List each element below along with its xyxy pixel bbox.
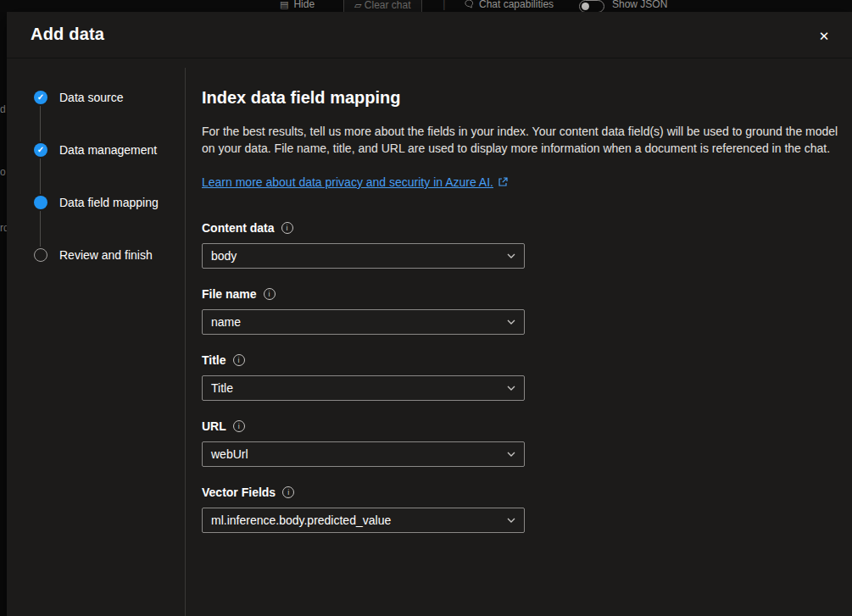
background-text-fragment: rd [0, 222, 7, 234]
field-vector-fields: Vector Fields i ml.inference.body.predic… [202, 486, 525, 533]
chevron-down-icon [506, 251, 516, 261]
clear-chat-button[interactable]: ▱ Clear chat [343, 0, 422, 12]
step-current-icon: ✓ [34, 196, 47, 209]
step-connector [40, 106, 41, 142]
field-title: Title i Title [202, 353, 525, 401]
url-dropdown[interactable]: webUrl [202, 441, 525, 467]
step-complete-icon: ✓ [34, 91, 47, 104]
field-label: Content data [202, 221, 275, 235]
page-title: Index data field mapping [202, 88, 400, 108]
toolbar-separator: | [443, 0, 446, 10]
dropdown-value: ml.inference.body.predicted_value [211, 513, 391, 527]
step-data-source[interactable]: ✓ Data source [34, 91, 123, 104]
add-data-dialog: Add data ✕ ✓ Data source ✓ Data manageme… [7, 12, 852, 616]
title-dropdown[interactable]: Title [202, 375, 525, 401]
file-name-dropdown[interactable]: name [202, 309, 525, 335]
background-page-sliver: d o rd [0, 12, 7, 616]
field-label: Title [202, 353, 226, 367]
chat-capabilities-label: Chat capabilities [479, 0, 554, 10]
info-icon[interactable]: i [233, 354, 245, 366]
step-label: Data management [59, 143, 157, 157]
chevron-down-icon [506, 383, 516, 393]
hide-icon: ▤ [280, 0, 288, 10]
privacy-link[interactable]: Learn more about data privacy and securi… [202, 175, 493, 189]
close-icon[interactable]: ✕ [813, 25, 835, 47]
step-label: Data field mapping [59, 196, 159, 209]
dropdown-value: body [211, 249, 237, 263]
step-complete-icon: ✓ [34, 143, 47, 157]
step-label: Data source [59, 91, 123, 104]
dialog-header: Add data ✕ [7, 12, 852, 58]
eraser-icon: ▱ [354, 0, 361, 11]
info-icon[interactable]: i [233, 420, 245, 432]
step-upcoming-icon: ✓ [34, 248, 47, 262]
hide-label: Hide [293, 0, 315, 10]
dropdown-value: Title [211, 381, 233, 395]
background-text-fragment: d [0, 103, 6, 115]
info-icon[interactable]: i [264, 288, 276, 300]
step-review-and-finish[interactable]: ✓ Review and finish [34, 248, 153, 262]
info-icon[interactable]: i [282, 486, 294, 498]
privacy-link-row: Learn more about data privacy and securi… [202, 175, 508, 189]
step-label: Review and finish [59, 248, 153, 262]
chat-capabilities-icon [465, 0, 474, 10]
content-data-dropdown[interactable]: body [202, 243, 525, 269]
field-label: File name [202, 287, 257, 301]
field-label: Vector Fields [202, 486, 276, 499]
external-link-icon [498, 177, 508, 187]
dialog-title: Add data [31, 25, 104, 44]
dropdown-value: name [211, 315, 241, 329]
step-data-management[interactable]: ✓ Data management [34, 143, 157, 157]
clear-chat-label: Clear chat [365, 0, 411, 11]
chat-capabilities-button[interactable]: Chat capabilities [465, 0, 554, 10]
hide-button[interactable]: ▤ Hide [280, 0, 315, 10]
step-connector [40, 158, 41, 194]
info-icon[interactable]: i [281, 222, 293, 234]
field-content-data: Content data i body [202, 221, 525, 269]
show-json-label: Show JSON [612, 0, 667, 10]
chevron-down-icon [506, 317, 516, 327]
step-data-field-mapping[interactable]: ✓ Data field mapping [34, 196, 159, 209]
field-url: URL i webUrl [202, 419, 525, 467]
field-label: URL [202, 419, 226, 433]
sidebar-divider [185, 68, 186, 616]
toggle-knob [582, 3, 589, 10]
step-connector [40, 211, 41, 247]
show-json-toggle[interactable] [579, 0, 604, 12]
field-file-name: File name i name [202, 287, 525, 335]
background-text-fragment: o [0, 166, 6, 178]
dropdown-value: webUrl [211, 447, 248, 461]
vector-fields-dropdown[interactable]: ml.inference.body.predicted_value [202, 508, 525, 533]
chevron-down-icon [506, 515, 516, 525]
description-text: For the best results, tell us more about… [202, 123, 842, 157]
chevron-down-icon [506, 449, 516, 459]
background-toolbar: ▤ Hide ▱ Clear chat | Chat capabilities … [0, 0, 852, 12]
